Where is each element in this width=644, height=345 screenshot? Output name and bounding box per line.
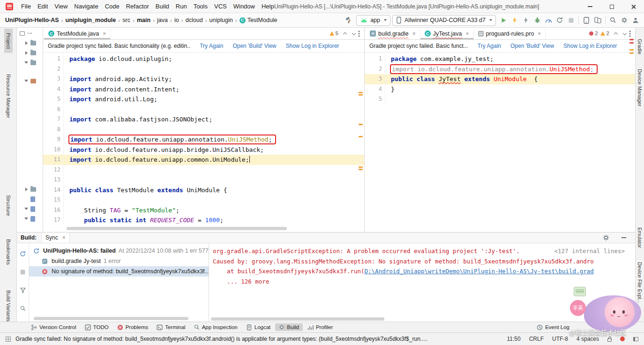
run-configuration-select[interactable]: app [356, 15, 390, 26]
editor-pane-jytest[interactable]: Gbuild.gradleCJyTest.javaproguard-rules.… [364, 28, 635, 232]
lock-icon[interactable] [607, 338, 612, 342]
apply-code-changes-icon[interactable] [520, 15, 532, 26]
sidebar-toggle-icon[interactable] [633, 337, 638, 341]
stripe-mark[interactable] [629, 42, 634, 44]
menu-file[interactable]: File [18, 0, 34, 13]
device-manager-icon[interactable] [581, 15, 592, 26]
build-tree-row[interactable]: No signature of method: build_5xeotmsdnf… [29, 266, 209, 277]
editor-tab-jytest-java[interactable]: CJyTest.java [420, 28, 474, 39]
apply-changes-icon[interactable] [509, 15, 520, 26]
prev-issue-icon[interactable] [343, 31, 347, 36]
toolwindow-build[interactable]: Build [275, 323, 303, 331]
menu-refactor[interactable]: Refactor [123, 0, 152, 13]
menu-window[interactable]: Window [230, 0, 258, 13]
menu-tools[interactable]: Tools [190, 0, 211, 13]
tool-stripe-project[interactable]: Project [4, 29, 13, 53]
sync-project-icon[interactable] [554, 15, 565, 26]
project-tree-row[interactable] [17, 58, 43, 68]
status-message[interactable]: Gradle sync failed: No signature of meth… [15, 336, 428, 342]
code-editor[interactable]: 1package io.dcloud.uniplugin;23import an… [43, 53, 364, 232]
menu-view[interactable]: View [51, 0, 71, 13]
project-tree-row[interactable] [17, 76, 43, 86]
toolwindow-profiler[interactable]: Profiler [304, 323, 337, 331]
breadcrumb-item-dcloud[interactable]: dcloud [185, 17, 203, 23]
chevron-down-icon[interactable] [24, 80, 28, 82]
more-options-icon[interactable] [28, 33, 32, 34]
banner-link-open-build-view[interactable]: Open 'Build' View [510, 43, 554, 49]
stripe-mark[interactable] [359, 124, 363, 125]
tool-stripe-build-variants[interactable]: Build Variants [4, 286, 13, 326]
app-logo-icon[interactable] [6, 3, 13, 10]
build-tree-row[interactable]: UniPlugin-Hello-AS: failed At 2022/12/24… [29, 246, 209, 256]
build-sync-tab[interactable]: Sync [41, 232, 70, 243]
hide-panel-icon[interactable] [618, 232, 629, 243]
editor-pane-testmodule[interactable]: CTestModule.java Gradle project sync fai… [43, 28, 364, 232]
menu-vcs[interactable]: VCS [211, 0, 230, 13]
menu-edit[interactable]: Edit [34, 0, 51, 13]
code-editor[interactable]: 1package com.example.jy_test;2import io.… [365, 53, 635, 232]
project-tree-row[interactable] [17, 204, 43, 214]
breadcrumb-item-testmodule[interactable]: CTestModule [239, 17, 278, 23]
gauge-icon[interactable] [543, 15, 554, 26]
breadcrumb-item-uniplugin[interactable]: uniplugin [209, 17, 233, 23]
editor-tab-testmodule-java[interactable]: CTestModule.java [44, 28, 111, 39]
file-encoding[interactable]: UTF-8 [552, 336, 568, 342]
event-log-button[interactable]: Event Log [537, 324, 569, 330]
toolwindow-terminal[interactable]: Terminal [153, 323, 189, 331]
error-indicator-icon[interactable] [620, 337, 625, 341]
project-view-icon[interactable] [20, 31, 25, 36]
breadcrumb-item-uniplugin-hello-as[interactable]: UniPlugin-Hello-AS [5, 17, 60, 23]
settings-icon[interactable] [619, 15, 630, 26]
editor-tab-build-gradle[interactable]: Gbuild.gradle [366, 28, 420, 39]
banner-link-open-build-view[interactable]: Open 'Build' View [232, 43, 276, 49]
error-stripe[interactable] [629, 28, 635, 232]
banner-link-try-again[interactable]: Try Again [478, 43, 501, 49]
next-issue-icon[interactable] [623, 31, 627, 36]
close-icon[interactable] [538, 30, 541, 37]
breadcrumb-item-java[interactable]: java [157, 17, 168, 23]
error-stripe[interactable] [358, 28, 364, 232]
maximize-button[interactable] [601, 0, 622, 13]
menu-build[interactable]: Build [152, 0, 172, 13]
menu-run[interactable]: Run [172, 0, 190, 13]
device-select[interactable]: Allwinner QUAD-CORE A33 d7 [392, 15, 496, 26]
project-tree-row[interactable] [17, 38, 43, 48]
close-icon[interactable] [412, 30, 416, 37]
profile-icon[interactable] [630, 15, 641, 26]
debug-icon[interactable] [532, 15, 543, 26]
breadcrumb-item-src[interactable]: src [122, 17, 131, 23]
build-tree-row[interactable]: build.gradle Jy-test 1 error [29, 256, 209, 266]
next-issue-icon[interactable] [352, 31, 356, 36]
filter-icon[interactable] [17, 285, 29, 296]
project-tool-window[interactable] [17, 28, 43, 232]
tool-stripe-structure[interactable]: Structure [4, 191, 13, 220]
tool-stripe-device-manager[interactable]: Device Manager [636, 65, 644, 110]
stop-build-icon[interactable] [17, 266, 29, 278]
chevron-right-icon[interactable] [24, 188, 28, 191]
search-icon[interactable] [607, 15, 619, 26]
toolwindow-logcat[interactable]: Logcat [242, 323, 275, 331]
project-tree-row[interactable] [17, 194, 43, 204]
toolwindow-switcher-icon[interactable] [6, 337, 11, 342]
stripe-mark[interactable] [359, 94, 363, 96]
chevron-down-icon[interactable] [24, 218, 28, 220]
stripe-mark[interactable] [359, 166, 363, 168]
line-separator[interactable]: CRLF [529, 336, 544, 342]
caret-position[interactable]: 11:50 [507, 336, 520, 342]
chevron-down-icon[interactable] [24, 61, 28, 64]
build-hammer-icon[interactable] [343, 15, 354, 26]
tool-stripe-gradle[interactable]: Gradle [636, 35, 644, 58]
run-icon[interactable] [498, 15, 509, 26]
chevron-right-icon[interactable] [24, 51, 28, 55]
menu-navigate[interactable]: Navigate [71, 0, 101, 13]
horizontal-scrollbar[interactable] [67, 227, 287, 230]
prev-issue-icon[interactable] [614, 31, 618, 36]
find-icon[interactable] [17, 303, 29, 314]
close-icon[interactable] [103, 30, 106, 37]
minimize-button[interactable] [579, 0, 601, 13]
close-icon[interactable] [62, 234, 66, 241]
tool-stripe-device-file-expl[interactable]: Device File Expl... [636, 258, 644, 307]
stripe-mark[interactable] [629, 49, 634, 51]
build-console[interactable]: org.gradle.api.GradleScriptException: A … [209, 243, 635, 322]
chevron-down-icon[interactable] [24, 208, 28, 210]
